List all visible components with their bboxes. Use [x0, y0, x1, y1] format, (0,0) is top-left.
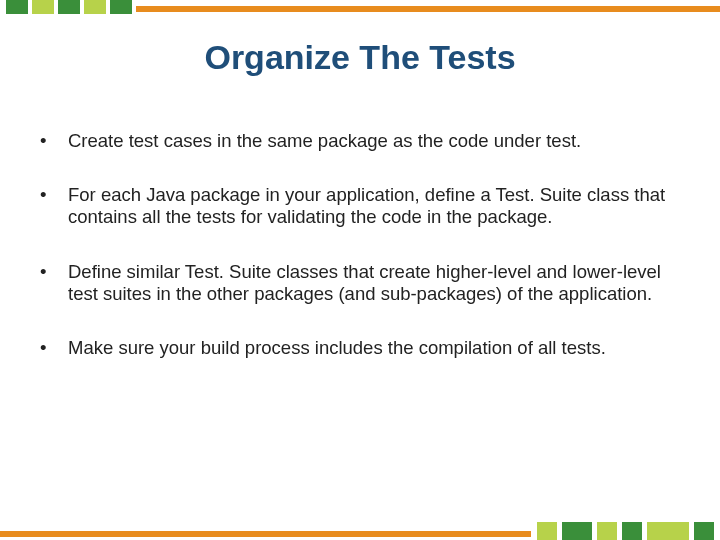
bottom-square-6: [694, 522, 714, 540]
top-orange-line: [136, 6, 720, 12]
bottom-square-2: [562, 522, 592, 540]
bottom-square-3: [597, 522, 617, 540]
bullet-dot-icon: •: [40, 184, 68, 228]
bullet-dot-icon: •: [40, 261, 68, 305]
top-square-1: [6, 0, 28, 14]
bottom-decoration-bar: [0, 522, 720, 540]
bullet-text: Make sure your build process includes th…: [68, 337, 606, 359]
bullet-item: • Define similar Test. Suite classes tha…: [40, 261, 680, 305]
bottom-squares-group: [537, 522, 720, 540]
bullet-item: • For each Java package in your applicat…: [40, 184, 680, 228]
top-square-5: [110, 0, 132, 14]
bullet-item: • Create test cases in the same package …: [40, 130, 680, 152]
bottom-orange-line: [0, 531, 531, 537]
bullet-text: Define similar Test. Suite classes that …: [68, 261, 680, 305]
bullet-dot-icon: •: [40, 337, 68, 359]
top-square-2: [32, 0, 54, 14]
bottom-square-1: [537, 522, 557, 540]
bottom-square-5: [647, 522, 689, 540]
bullet-dot-icon: •: [40, 130, 68, 152]
bullet-item: • Make sure your build process includes …: [40, 337, 680, 359]
slide-title: Organize The Tests: [0, 38, 720, 77]
bullet-text: For each Java package in your applicatio…: [68, 184, 680, 228]
top-decoration-bar: [0, 0, 720, 14]
top-square-3: [58, 0, 80, 14]
top-squares-group: [0, 0, 132, 14]
top-square-4: [84, 0, 106, 14]
slide-content: • Create test cases in the same package …: [40, 130, 680, 391]
bottom-square-4: [622, 522, 642, 540]
bullet-text: Create test cases in the same package as…: [68, 130, 581, 152]
